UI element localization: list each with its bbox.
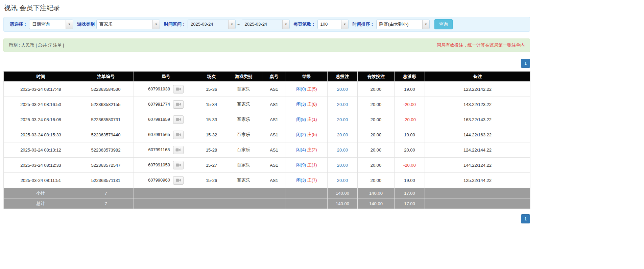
time-range-label: 时间区间： — [164, 21, 186, 27]
header-game-type: 游戏类别 — [225, 72, 262, 82]
cell-time: 2025-03-24 08:12:33 — [4, 158, 78, 173]
cell-remark: 124.22/144.22 — [425, 142, 530, 158]
table-row: 2025-03-24 08:16:08522363580731607991659… — [4, 112, 530, 127]
cell-payout: -20.00 — [395, 112, 425, 127]
cell-game-type: 百家乐 — [225, 173, 262, 188]
cell-bet-no: 522363572547 — [78, 158, 134, 173]
cell-game-type: 百家乐 — [225, 112, 262, 127]
cell-remark: 144.22/124.22 — [425, 158, 530, 173]
total-total-bet: 140.00 — [328, 198, 358, 209]
cell-empty — [425, 188, 530, 198]
currency-total-text: 币别 : 人民币 | 总共 :7 注单 | — [9, 42, 64, 48]
table-row: 2025-03-24 08:12:33522363572547607991059… — [4, 158, 530, 173]
chevron-down-icon[interactable]: ▼ — [228, 20, 235, 29]
cell-result: 闲(8) 庄(1) — [286, 112, 328, 127]
replay-button[interactable] — [173, 146, 184, 154]
cell-session: 15-32 — [198, 127, 225, 142]
result-banker: 庄(5) — [307, 132, 317, 137]
sort-order-select[interactable]: 降幂(由大到小) ▼ — [376, 20, 430, 29]
date-to-select[interactable]: 2025-03-24 ▼ — [242, 20, 290, 29]
round-no-text: 607991774 — [148, 101, 170, 106]
cell-bet-no: 522363571131 — [78, 173, 134, 188]
chevron-down-icon[interactable]: ▼ — [282, 20, 289, 29]
chevron-down-icon[interactable]: ▼ — [341, 20, 348, 29]
video-replay-icon — [176, 102, 181, 106]
cell-session: 15-36 — [198, 82, 225, 97]
cell-session: 15-34 — [198, 97, 225, 112]
cell-bet-no: 522363573982 — [78, 142, 134, 158]
page-1-button[interactable]: 1 — [521, 214, 530, 223]
cell-table-no: AS1 — [262, 112, 286, 127]
bet-records-table: 时间 注单编号 局号 场次 游戏类别 桌号 结果 总投注 有效投注 总派彩 备注… — [3, 71, 530, 209]
result-player: 闲(9) — [296, 162, 306, 167]
cell-round-no: 607991938 — [134, 82, 198, 97]
cell-empty — [225, 188, 262, 198]
chevron-down-icon[interactable]: ▼ — [66, 20, 73, 29]
page-1-button[interactable]: 1 — [521, 59, 530, 68]
cell-bet-no: 522363579440 — [78, 127, 134, 142]
header-time: 时间 — [4, 72, 78, 82]
page-size-select[interactable]: 100 ▼ — [317, 20, 349, 29]
cell-payout: 19.00 — [395, 82, 425, 97]
cell-table-no: AS1 — [262, 82, 286, 97]
cell-time: 2025-03-24 08:17:48 — [4, 82, 78, 97]
cell-time: 2025-03-24 08:13:12 — [4, 142, 78, 158]
video-replay-icon — [175, 148, 181, 152]
header-session: 场次 — [198, 72, 225, 82]
result-player: 闲(4) — [296, 147, 306, 152]
subtotal-total-bet: 140.00 — [328, 188, 358, 198]
result-player: 闲(3) — [296, 102, 306, 107]
cell-empty — [286, 188, 328, 198]
replay-button[interactable] — [173, 100, 184, 109]
cell-total-bet: 20.00 — [328, 142, 358, 158]
total-row: 总计 7 140.00 140.00 17.00 — [4, 198, 530, 209]
cell-table-no: AS1 — [262, 97, 286, 112]
chevron-down-icon[interactable]: ▼ — [152, 20, 160, 29]
cell-payout: 20.00 — [395, 142, 425, 158]
cell-result: 闲(2) 庄(5) — [286, 127, 328, 142]
round-no-text: 607991168 — [148, 147, 170, 152]
round-no-text: 607991659 — [148, 116, 170, 122]
cell-game-type: 百家乐 — [225, 142, 262, 158]
cell-total-bet: 20.00 — [328, 158, 358, 173]
cell-session: 15-28 — [198, 142, 225, 158]
game-type-label: 游戏类别 — [77, 21, 95, 27]
video-replay-icon — [176, 163, 181, 167]
cell-empty — [262, 188, 286, 198]
query-type-select[interactable]: 日期查询 ▼ — [29, 20, 73, 29]
cell-game-type: 百家乐 — [225, 82, 262, 97]
total-count: 7 — [78, 198, 134, 209]
chevron-down-icon[interactable]: ▼ — [422, 20, 429, 29]
cell-total-bet: 20.00 — [328, 82, 358, 97]
replay-button[interactable] — [173, 85, 184, 93]
cell-session: 15-27 — [198, 158, 225, 173]
cell-result: 闲(3) 庄(7) — [286, 173, 328, 188]
query-type-value: 日期查询 — [29, 20, 66, 29]
video-replay-icon — [176, 133, 181, 137]
cell-result: 闲(4) 庄(2) — [286, 142, 328, 158]
cell-remark: 163.22/143.22 — [425, 112, 530, 127]
cell-total-bet: 20.00 — [328, 173, 358, 188]
subtotal-label: 小计 — [4, 188, 78, 198]
result-banker: 庄(5) — [307, 86, 317, 91]
cell-empty — [198, 188, 225, 198]
header-bet-no: 注单编号 — [78, 72, 134, 82]
cell-round-no: 607991774 — [134, 97, 198, 112]
result-player: 闲(3) — [296, 178, 306, 183]
replay-button[interactable] — [173, 131, 184, 139]
replay-button[interactable] — [173, 176, 184, 185]
result-banker: 庄(1) — [307, 117, 317, 122]
table-row: 2025-03-24 08:11:51522363571131607990960… — [4, 173, 530, 188]
table-header-row: 时间 注单编号 局号 场次 游戏类别 桌号 结果 总投注 有效投注 总派彩 备注 — [4, 72, 530, 82]
replay-button[interactable] — [173, 161, 184, 169]
search-button[interactable]: 查询 — [434, 19, 453, 29]
replay-button[interactable] — [173, 115, 184, 124]
subtotal-payout: 17.00 — [395, 188, 425, 198]
table-row: 2025-03-24 08:16:50522363582155607991774… — [4, 97, 530, 112]
header-round-no: 局号 — [134, 72, 198, 82]
sort-order-value: 降幂(由大到小) — [377, 20, 422, 29]
date-from-select[interactable]: 2025-03-24 ▼ — [188, 20, 236, 29]
game-type-select[interactable]: 百家乐 ▼ — [96, 20, 160, 29]
cell-time: 2025-03-24 08:11:51 — [4, 173, 78, 188]
header-result: 结果 — [286, 72, 328, 82]
